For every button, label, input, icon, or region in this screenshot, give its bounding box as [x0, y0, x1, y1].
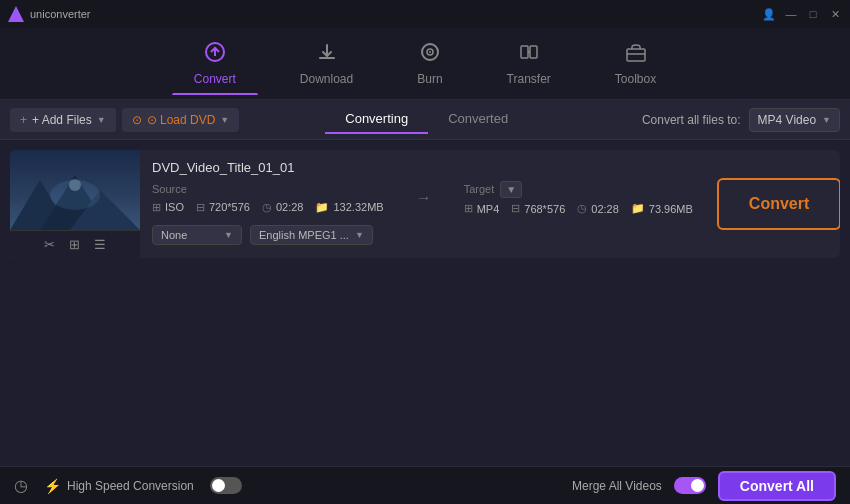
add-files-label: + Add Files — [32, 113, 92, 127]
target-resolution: ⊟ 768*576 — [511, 202, 565, 215]
nav-label-convert: Convert — [194, 72, 236, 86]
subtitle-arrow-icon: ▼ — [224, 230, 233, 240]
thumbnail-image — [10, 150, 140, 230]
source-to-target-arrow: → — [408, 189, 440, 207]
nav-item-burn[interactable]: Burn — [385, 33, 474, 94]
nav-label-toolbox: Toolbox — [615, 72, 656, 86]
nav-item-convert[interactable]: Convert — [162, 33, 268, 94]
toolbox-nav-icon — [625, 41, 647, 68]
file-thumbnail: ✂ ⊞ ☰ — [10, 150, 140, 258]
lightning-icon: ⚡ — [44, 478, 61, 494]
source-format: ⊞ ISO — [152, 201, 184, 214]
convert-nav-icon — [204, 41, 226, 68]
clock-icon: ◷ — [262, 201, 272, 214]
svg-point-3 — [429, 51, 431, 53]
thumbnail-controls: ✂ ⊞ ☰ — [10, 230, 140, 258]
toolbar-tabs: Converting Converted — [325, 105, 528, 134]
bottom-bar: ◷ ⚡ High Speed Conversion Merge All Vide… — [0, 466, 850, 504]
user-icon[interactable]: 👤 — [762, 7, 776, 21]
format-arrow-icon: ▼ — [822, 115, 831, 125]
file-info: DVD_Video_Title_01_01 Source ⊞ ISO ⊟ 720… — [140, 150, 705, 258]
speed-toggle-knob — [212, 479, 225, 492]
list-icon[interactable]: ☰ — [94, 237, 106, 252]
source-resolution: ⊟ 720*576 — [196, 201, 250, 214]
nav-label-burn: Burn — [417, 72, 442, 86]
target-resolution-icon: ⊟ — [511, 202, 520, 215]
source-label: Source — [152, 183, 384, 195]
tab-converted[interactable]: Converted — [428, 105, 528, 134]
format-icon: ⊞ — [152, 201, 161, 214]
toolbar-right: Convert all files to: MP4 Video ▼ — [642, 108, 840, 132]
svg-rect-4 — [521, 46, 528, 58]
target-values: ⊞ MP4 ⊟ 768*576 ◷ 02:28 📁 — [464, 202, 693, 215]
target-clock-icon: ◷ — [577, 202, 587, 215]
title-bar: uniconverter 👤 — □ ✕ — [0, 0, 850, 28]
audio-value: English MPEG1 ... — [259, 229, 349, 241]
add-icon: + — [20, 113, 27, 127]
audio-select[interactable]: English MPEG1 ... ▼ — [250, 225, 373, 245]
target-size: 📁 73.96MB — [631, 202, 693, 215]
file-item: ✂ ⊞ ☰ DVD_Video_Title_01_01 Source ⊞ ISO — [10, 150, 840, 258]
file-options-row: None ▼ English MPEG1 ... ▼ — [152, 225, 693, 245]
main-content: ✂ ⊞ ☰ DVD_Video_Title_01_01 Source ⊞ ISO — [0, 140, 850, 466]
speed-label: ⚡ High Speed Conversion — [44, 478, 194, 494]
load-dvd-label: ⊙ Load DVD — [147, 113, 216, 127]
load-dvd-arrow-icon: ▼ — [220, 115, 229, 125]
source-duration: ◷ 02:28 — [262, 201, 304, 214]
svg-rect-6 — [627, 49, 645, 61]
bottom-left: ◷ ⚡ High Speed Conversion — [14, 476, 242, 495]
subtitle-value: None — [161, 229, 187, 241]
convert-all-button[interactable]: Convert All — [718, 471, 836, 501]
crop-icon[interactable]: ⊞ — [69, 237, 80, 252]
add-files-arrow-icon: ▼ — [97, 115, 106, 125]
close-icon[interactable]: ✕ — [828, 7, 842, 21]
target-format-icon: ⊞ — [464, 202, 473, 215]
burn-nav-icon — [419, 41, 441, 68]
nav-bar: Convert Download Burn Tran — [0, 28, 850, 100]
add-files-button[interactable]: + + Add Files ▼ — [10, 108, 116, 132]
download-nav-icon — [316, 41, 338, 68]
nav-item-download[interactable]: Download — [268, 33, 385, 94]
target-duration: ◷ 02:28 — [577, 202, 619, 215]
target-format: ⊞ MP4 — [464, 202, 500, 215]
toolbar: + + Add Files ▼ ⊙ ⊙ Load DVD ▼ Convertin… — [0, 100, 850, 140]
source-size: 📁 132.32MB — [315, 201, 383, 214]
svg-rect-5 — [530, 46, 537, 58]
file-meta-row: Source ⊞ ISO ⊟ 720*576 ◷ 02:28 — [152, 181, 693, 215]
convert-all-files-label: Convert all files to: — [642, 113, 741, 127]
format-select[interactable]: MP4 Video ▼ — [749, 108, 840, 132]
nav-item-transfer[interactable]: Transfer — [475, 33, 583, 94]
clock-bottom-icon[interactable]: ◷ — [14, 476, 28, 495]
minimize-icon[interactable]: — — [784, 7, 798, 21]
resolution-icon: ⊟ — [196, 201, 205, 214]
nav-item-toolbox[interactable]: Toolbox — [583, 33, 688, 94]
title-bar-left: uniconverter — [8, 6, 91, 22]
bottom-right: Merge All Videos Convert All — [572, 471, 836, 501]
subtitle-select[interactable]: None ▼ — [152, 225, 242, 245]
load-dvd-button[interactable]: ⊙ ⊙ Load DVD ▼ — [122, 108, 240, 132]
title-bar-controls: 👤 — □ ✕ — [762, 7, 842, 21]
target-label: Target — [464, 183, 495, 195]
merge-label: Merge All Videos — [572, 479, 662, 493]
target-section: Target ▼ ⊞ MP4 ⊟ 768*576 ◷ — [464, 181, 693, 215]
target-folder-icon: 📁 — [631, 202, 645, 215]
convert-button[interactable]: Convert — [717, 178, 840, 230]
source-section: Source ⊞ ISO ⊟ 720*576 ◷ 02:28 — [152, 183, 384, 214]
audio-arrow-icon: ▼ — [355, 230, 364, 240]
app-title: uniconverter — [30, 8, 91, 20]
svg-point-13 — [69, 179, 81, 191]
nav-label-transfer: Transfer — [507, 72, 551, 86]
maximize-icon[interactable]: □ — [806, 7, 820, 21]
file-name: DVD_Video_Title_01_01 — [152, 160, 693, 175]
format-value: MP4 Video — [758, 113, 816, 127]
speed-toggle[interactable] — [210, 477, 242, 494]
target-dropdown-button[interactable]: ▼ — [500, 181, 522, 198]
merge-toggle[interactable] — [674, 477, 706, 494]
source-values: ⊞ ISO ⊟ 720*576 ◷ 02:28 📁 — [152, 201, 384, 214]
transfer-nav-icon — [518, 41, 540, 68]
scissors-icon[interactable]: ✂ — [44, 237, 55, 252]
merge-toggle-knob — [691, 479, 704, 492]
app-logo — [8, 6, 24, 22]
dvd-icon: ⊙ — [132, 113, 142, 127]
tab-converting[interactable]: Converting — [325, 105, 428, 134]
